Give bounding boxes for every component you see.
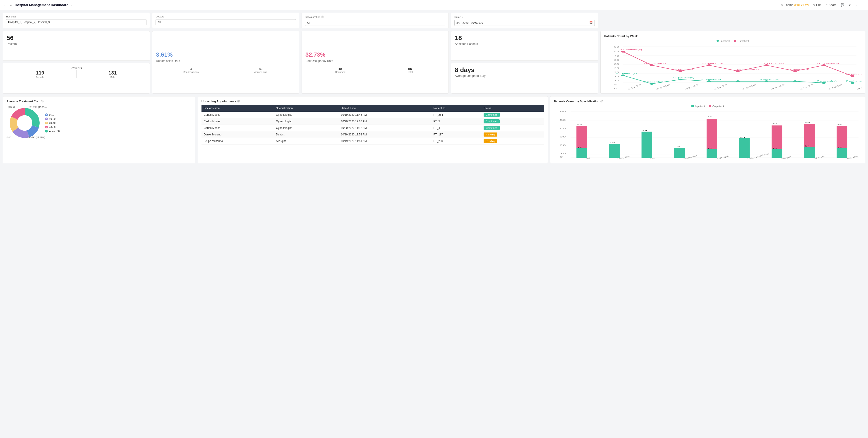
svg-text:Week 38 2020: Week 38 2020 [709,84,728,89]
nav-left: ← ★ Hospital Management Dashboard ⓘ [4,3,73,7]
share-button[interactable]: ↗ Share [825,3,837,6]
appt-info-icon[interactable]: ⓘ [237,100,240,103]
readmission-label: Readmission Rate [156,59,296,62]
treatment-info-icon[interactable]: ⓘ [41,100,43,103]
weekly-info-icon[interactable]: ⓘ [639,34,641,38]
cell-spec: Gynecologist [274,125,339,132]
total-count: 55 [375,67,445,71]
treatment-cost-card: Average Treatment Co... ⓘ ($12.72.... ($… [3,96,195,163]
svg-text:21 patient(s): 21 patient(s) [737,68,758,70]
appointments-table-body: Carlos Moses Gynecologist 10/19/2020 11:… [202,112,544,145]
favorite-icon[interactable]: ★ [9,3,12,7]
theme-button[interactable]: ☀ Theme (PREVIEW) [780,3,809,7]
dashboard-container: Hospitals Hospital_1, Hospital_2, Hospit… [0,10,868,166]
cell-patient-id: PT_254 [431,112,481,118]
cell-status: Confirmed [481,118,544,125]
svg-point-69 [17,115,32,131]
date-picker[interactable]: 8/27/2020 - 10/5/2020 📅 [454,20,595,26]
specialization-label: Specialization ⓘ [305,15,445,19]
svg-text:30: 30 [805,121,810,123]
doctors-select[interactable]: All [156,19,296,25]
table-row: Carlos Moses Gynecologist 10/20/2020 11:… [202,125,544,132]
appointments-table: Doctor Name Specialization Date & Time P… [202,105,544,145]
svg-text:11: 11 [772,147,778,149]
svg-text:11 patient(s): 11 patient(s) [672,77,694,79]
svg-text:25: 25 [614,67,619,69]
hospitals-label: Hospitals [6,15,147,18]
spec-chart-title: Patients Count by Specialization ⓘ [554,100,862,103]
fullscreen-icon[interactable]: ⤓ [855,3,857,6]
alos-count: 8 days [455,66,594,74]
title-info-icon[interactable]: ⓘ [71,3,73,6]
spec-info-icon[interactable]: ⓘ [321,15,324,19]
legend-above-50: Above 50 [45,130,60,133]
svg-rect-94 [707,149,717,157]
readmissions-label: Readmissions [156,71,226,74]
comment-icon[interactable]: 💬 [841,3,844,6]
nav-right: ☀ Theme (PREVIEW) ✎ Edit ↗ Share 💬 ↻ ⤓ ⋯ [780,3,864,7]
specialization-chart-card: Patients Count by Specialization ⓘ Inpat… [550,96,865,163]
svg-text:35: 35 [614,59,619,61]
svg-text:45: 45 [614,50,619,53]
weekly-chart-card: Patients Count by Week ⓘ Inpatient Outpa… [600,31,865,93]
svg-point-25 [736,70,740,72]
alos-card: 8 days Average Length of Stay [451,63,598,94]
spec-outpatient-legend: Outpatient [709,105,724,108]
svg-rect-98 [739,138,750,157]
svg-text:28 patient(s): 28 patient(s) [817,62,839,64]
svg-text:12: 12 [837,146,842,148]
cell-spec: Gynecologist [274,118,339,125]
alos-label: Average Length of Stay [455,74,594,78]
svg-point-29 [850,75,855,77]
cell-status: Pending [481,138,544,145]
cell-spec: Allergist [274,138,339,145]
cell-spec: Dentist [274,132,339,138]
status-badge: Confirmed [484,126,500,130]
cell-patient-id: PT_187 [431,132,481,138]
svg-text:16 patient(s): 16 patient(s) [615,72,637,75]
svg-point-47 [850,82,855,84]
svg-text:11: 11 [707,147,712,149]
specialization-select[interactable]: All [305,20,445,26]
refresh-icon[interactable]: ↻ [848,3,851,6]
top-navigation: ← ★ Hospital Management Dashboard ⓘ ☀ Th… [0,0,868,10]
svg-text:15 patient(s): 15 patient(s) [845,73,862,75]
cell-datetime: 10/19/2020 11:51 AM [339,138,431,145]
outpatient-legend: Outpatient [734,40,749,42]
male-label: Male [79,76,146,79]
svg-text:28 patient(s): 28 patient(s) [644,62,666,64]
cell-datetime: 10/20/2020 11:12 AM [339,125,431,132]
cell-status: Pending [481,132,544,138]
patients-title: Patients [6,66,146,70]
date-info-icon[interactable]: ⓘ [461,15,463,19]
female-count: 119 [6,70,73,76]
svg-text:21 patient(s): 21 patient(s) [787,68,809,70]
table-row: Carlos Moses Gynecologist 10/20/2020 12:… [202,118,544,125]
svg-point-24 [707,64,711,66]
date-filter: Date ⓘ 8/27/2020 - 10/5/2020 📅 [451,13,598,28]
preview-label: (PREVIEW) [795,3,809,6]
svg-rect-105 [804,124,815,147]
back-icon[interactable]: ← [4,3,7,7]
svg-text:21 patient(s): 21 patient(s) [672,68,694,70]
admitted-count: 18 [455,34,594,42]
svg-point-27 [793,70,797,72]
svg-text:13: 13 [675,146,680,148]
svg-text:Week 41 2020: Week 41 2020 [795,84,814,89]
svg-point-44 [765,80,768,82]
doctors-label-text: Doctors [6,42,146,46]
svg-text:Week 42 2020: Week 42 2020 [824,84,843,89]
status-badge: Pending [484,139,497,143]
male-stat: 131 Male [79,70,146,79]
date-label: Date ⓘ [454,15,595,19]
svg-text:30: 30 [614,63,619,65]
hospitals-select[interactable]: Hospital_1, Hospital_2, Hospital_3 [6,19,147,25]
cell-status: Confirmed [481,112,544,118]
weekly-chart-title: Patients Count by Week ⓘ [604,34,862,38]
edit-button[interactable]: ✎ Edit [813,3,821,6]
svg-rect-90 [641,132,652,157]
doctors-filter: Doctors All [152,13,299,28]
more-menu-icon[interactable]: ⋯ [862,3,864,6]
svg-text:40: 40 [560,127,566,129]
spec-chart-info-icon[interactable]: ⓘ [600,100,603,103]
